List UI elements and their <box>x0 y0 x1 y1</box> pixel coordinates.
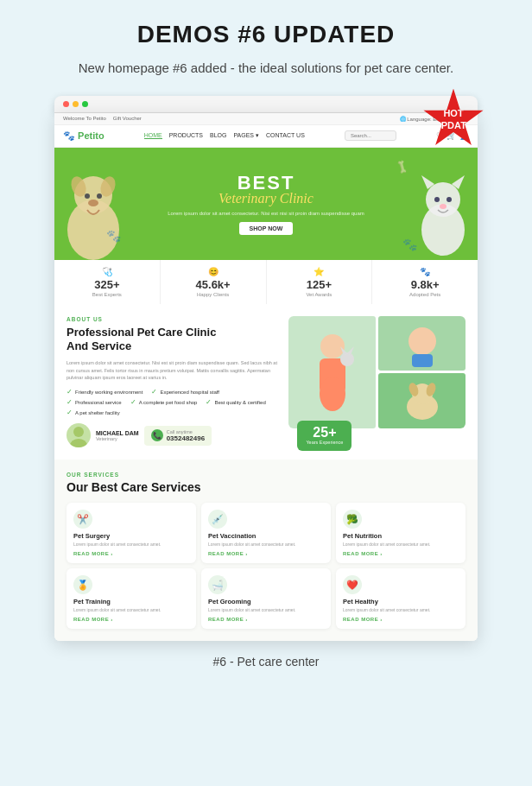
about-tag: ABOUT US <box>66 316 278 322</box>
browser-chrome <box>54 96 478 113</box>
service-name-1: Pet Vaccination <box>208 532 324 540</box>
nav-home[interactable]: HOME <box>144 132 162 139</box>
doctor-details: MICHAEL DAM Veterinary <box>96 430 139 441</box>
check-icon-6: ✓ <box>66 409 73 416</box>
check-label-1: Friendly working environment <box>75 390 142 395</box>
service-link-5[interactable]: READ MORE › <box>343 617 459 622</box>
service-icon-3: 🏅 <box>73 575 92 594</box>
about-title: Professional Pet Care ClinicAnd Service <box>66 326 278 355</box>
phone-box: 📞 Call anytime 0352482496 <box>144 426 212 446</box>
hero-section: 🐾 🐾 🦴 BEST Veterinary Clinic Lorem ipsum… <box>54 148 478 260</box>
service-icon-4: 🛁 <box>208 575 227 594</box>
svg-point-13 <box>440 204 446 209</box>
service-card-0: ✂️ Pet Surgery Lorem ipsum dolor sit ame… <box>66 503 196 563</box>
paw-decoration-2: 🐾 <box>402 238 417 251</box>
hero-dog-image <box>54 156 132 260</box>
svg-point-5 <box>97 193 102 199</box>
doctor-avatar <box>66 423 91 447</box>
service-link-4[interactable]: READ MORE › <box>208 617 324 622</box>
stat-icon-1: 😊 <box>166 267 261 276</box>
topbar-voucher: Gift Voucher <box>113 116 142 121</box>
check-item-2: ✓ Experienced hospital staff <box>151 388 219 396</box>
service-link-0[interactable]: READ MORE › <box>73 551 189 556</box>
experience-number: 25+ <box>306 426 343 440</box>
svg-point-24 <box>408 327 436 355</box>
nav-pages[interactable]: PAGES ▾ <box>233 132 259 139</box>
service-icon-1: 💉 <box>208 510 227 529</box>
services-grid: ✂️ Pet Surgery Lorem ipsum dolor sit ame… <box>66 503 466 629</box>
phone-number: 0352482496 <box>167 434 206 442</box>
photo-cell-2 <box>378 316 466 371</box>
bottom-caption: #6 - Pet care center <box>213 655 320 669</box>
check-label-6: A pet shelter facility <box>75 410 120 415</box>
hero-description: Lorem ipsum dolor sit amet consectetur. … <box>168 210 364 217</box>
about-checklist: ✓ Friendly working environment ✓ Experie… <box>66 388 278 416</box>
hero-shop-button[interactable]: SHOP NOW <box>239 222 294 235</box>
svg-point-17 <box>320 334 345 358</box>
svg-rect-25 <box>412 354 433 367</box>
nav-search-input[interactable] <box>345 130 396 141</box>
check-item-6: ✓ A pet shelter facility <box>66 409 120 416</box>
stat-number-1: 45.6k+ <box>166 278 261 291</box>
nav-blog[interactable]: BLOG <box>210 132 226 139</box>
doctor-title: Veterinary <box>96 436 139 441</box>
svg-point-8 <box>426 182 460 217</box>
stat-label-1: Happy Clients <box>166 292 261 297</box>
service-desc-2: Lorem ipsum dolor sit amet consectetur a… <box>343 542 459 548</box>
browser-dot-yellow <box>73 101 79 107</box>
experience-label: Years Experience <box>306 440 343 446</box>
check-icon-2: ✓ <box>151 388 157 396</box>
service-desc-3: Lorem ipsum dolor sit amet consectetur a… <box>73 607 189 613</box>
nav-bar: 🐾 Petito HOME PRODUCTS BLOG PAGES ▾ CONT… <box>54 125 478 148</box>
browser-dot-red <box>63 101 69 107</box>
stat-item-0: 🩺 325+ Best Experts <box>54 260 161 304</box>
demo-wrapper: HOT UPDATE Welcome To Petito Gift Vouche… <box>54 96 478 642</box>
service-link-1[interactable]: READ MORE › <box>208 551 324 556</box>
service-name-3: Pet Training <box>73 598 189 605</box>
nav-logo[interactable]: 🐾 Petito <box>63 130 104 142</box>
service-desc-0: Lorem ipsum dolor sit amet consectetur a… <box>73 542 189 548</box>
phone-icon: 📞 <box>151 429 163 441</box>
service-link-2[interactable]: READ MORE › <box>343 551 459 556</box>
stat-item-2: ⭐ 125+ Vet Awards <box>267 260 373 304</box>
svg-point-11 <box>434 197 440 202</box>
check-label-4: A complete pet food shop <box>139 400 198 405</box>
check-item-4: ✓ A complete pet food shop <box>130 398 198 406</box>
service-card-4: 🛁 Pet Grooming Lorem ipsum dolor sit ame… <box>201 568 331 629</box>
stat-number-2: 125+ <box>272 278 367 291</box>
service-link-3[interactable]: READ MORE › <box>73 617 189 622</box>
stat-icon-2: ⭐ <box>272 267 367 276</box>
service-icon-0: ✂️ <box>73 510 92 529</box>
service-desc-1: Lorem ipsum dolor sit amet consectetur a… <box>208 542 324 548</box>
service-icon-5: ❤️ <box>343 575 362 594</box>
doctor-name: MICHAEL DAM <box>96 430 139 436</box>
stat-icon-0: 🩺 <box>60 267 155 276</box>
stat-item-3: 🐾 9.8k+ Adopted Pets <box>372 260 478 304</box>
stat-icon-3: 🐾 <box>377 267 472 276</box>
check-label-2: Experienced hospital staff <box>160 390 219 395</box>
nav-contact[interactable]: CONTACT US <box>266 132 305 139</box>
check-item-5: ✓ Best quality & certified <box>206 398 265 406</box>
about-section: ABOUT US Professional Pet Care ClinicAnd… <box>54 304 478 460</box>
about-description: Lorem ipsum dolor sit amet consectetur. … <box>66 359 278 381</box>
service-name-5: Pet Healthy <box>343 598 459 605</box>
svg-point-4 <box>85 193 90 199</box>
page-main-title: DEMOS #6 UPDATED <box>137 21 396 48</box>
top-bar: Welcome To Petito Gift Voucher 🌐 Languag… <box>54 113 478 125</box>
photo-grid <box>288 316 466 428</box>
website-container: Welcome To Petito Gift Voucher 🌐 Languag… <box>54 113 478 642</box>
stats-bar: 🩺 325+ Best Experts 😊 45.6k+ Happy Clien… <box>54 260 478 304</box>
about-right: 25+ Years Experience <box>288 316 466 448</box>
service-desc-4: Lorem ipsum dolor sit amet consectetur a… <box>208 607 324 613</box>
service-card-1: 💉 Pet Vaccination Lorem ipsum dolor sit … <box>201 503 331 563</box>
hero-title-vet: Veterinary Clinic <box>168 191 364 206</box>
svg-point-12 <box>446 197 452 202</box>
nav-products[interactable]: PRODUCTS <box>169 132 203 139</box>
svg-point-14 <box>73 427 84 437</box>
svg-point-6 <box>88 200 98 206</box>
svg-point-20 <box>340 352 354 366</box>
service-name-2: Pet Nutrition <box>343 532 459 540</box>
check-label-3: Professional service <box>75 400 122 405</box>
top-bar-left: Welcome To Petito Gift Voucher <box>63 116 142 121</box>
check-icon-5: ✓ <box>206 398 212 406</box>
